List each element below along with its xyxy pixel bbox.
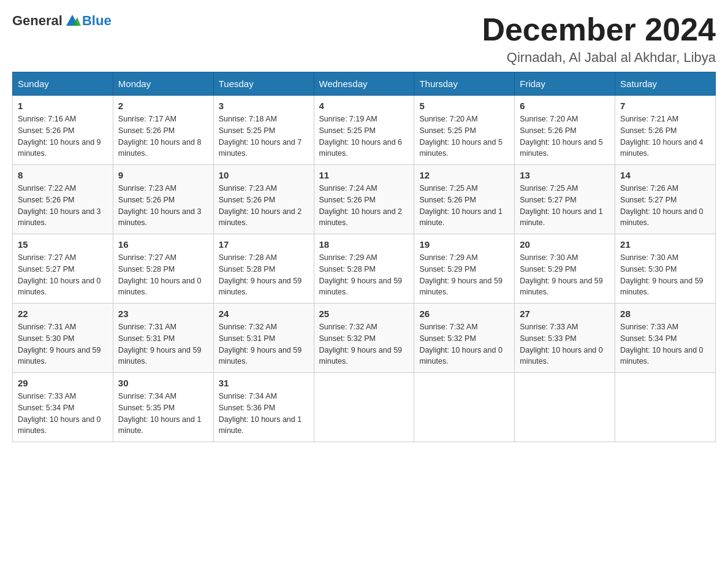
calendar-cell: 7 Sunrise: 7:21 AM Sunset: 5:26 PM Dayli… [615, 96, 716, 165]
day-info: Sunrise: 7:34 AM Sunset: 5:36 PM Dayligh… [219, 391, 309, 437]
calendar-cell: 19 Sunrise: 7:29 AM Sunset: 5:29 PM Dayl… [414, 234, 515, 304]
calendar-cell: 15 Sunrise: 7:27 AM Sunset: 5:27 PM Dayl… [13, 234, 113, 304]
day-number: 29 [18, 378, 108, 388]
day-number: 11 [319, 170, 409, 180]
calendar-header-monday: Monday [113, 72, 213, 96]
calendar-cell: 25 Sunrise: 7:32 AM Sunset: 5:32 PM Dayl… [314, 304, 414, 373]
day-info: Sunrise: 7:32 AM Sunset: 5:31 PM Dayligh… [219, 321, 309, 367]
day-info: Sunrise: 7:33 AM Sunset: 5:33 PM Dayligh… [520, 321, 610, 367]
day-info: Sunrise: 7:17 AM Sunset: 5:26 PM Dayligh… [118, 113, 208, 159]
day-info: Sunrise: 7:30 AM Sunset: 5:29 PM Dayligh… [520, 252, 610, 298]
calendar-cell: 14 Sunrise: 7:26 AM Sunset: 5:27 PM Dayl… [615, 165, 716, 234]
day-info: Sunrise: 7:33 AM Sunset: 5:34 PM Dayligh… [620, 321, 710, 367]
location-title: Qirnadah, Al Jabal al Akhdar, Libya [482, 50, 716, 66]
day-number: 21 [620, 239, 710, 250]
calendar-week-row: 1 Sunrise: 7:16 AM Sunset: 5:26 PM Dayli… [13, 96, 716, 165]
day-info: Sunrise: 7:21 AM Sunset: 5:26 PM Dayligh… [620, 113, 710, 159]
day-info: Sunrise: 7:24 AM Sunset: 5:26 PM Dayligh… [319, 183, 409, 229]
day-number: 28 [620, 308, 710, 319]
day-number: 9 [118, 170, 208, 180]
day-number: 30 [118, 378, 208, 388]
page-header: General Blue December 2024 Qirnadah, Al … [12, 12, 716, 66]
day-number: 7 [620, 101, 710, 111]
day-number: 1 [18, 101, 108, 111]
day-number: 25 [319, 308, 409, 319]
day-info: Sunrise: 7:27 AM Sunset: 5:27 PM Dayligh… [18, 252, 108, 298]
calendar-cell: 30 Sunrise: 7:34 AM Sunset: 5:35 PM Dayl… [113, 373, 213, 442]
calendar-cell: 11 Sunrise: 7:24 AM Sunset: 5:26 PM Dayl… [314, 165, 414, 234]
logo-blue-text: Blue [82, 13, 112, 29]
calendar-cell: 26 Sunrise: 7:32 AM Sunset: 5:32 PM Dayl… [414, 304, 515, 373]
month-title: December 2024 [482, 12, 716, 47]
day-info: Sunrise: 7:23 AM Sunset: 5:26 PM Dayligh… [219, 183, 309, 229]
day-number: 6 [520, 101, 610, 111]
title-block: December 2024 Qirnadah, Al Jabal al Akhd… [482, 12, 716, 66]
day-info: Sunrise: 7:32 AM Sunset: 5:32 PM Dayligh… [419, 321, 509, 367]
calendar-cell: 10 Sunrise: 7:23 AM Sunset: 5:26 PM Dayl… [213, 165, 314, 234]
day-number: 16 [118, 239, 208, 250]
calendar-cell [515, 373, 615, 442]
day-info: Sunrise: 7:30 AM Sunset: 5:30 PM Dayligh… [620, 252, 710, 298]
day-info: Sunrise: 7:29 AM Sunset: 5:28 PM Dayligh… [319, 252, 409, 298]
calendar-cell: 5 Sunrise: 7:20 AM Sunset: 5:25 PM Dayli… [414, 96, 515, 165]
day-info: Sunrise: 7:34 AM Sunset: 5:35 PM Dayligh… [118, 391, 208, 437]
calendar-header-sunday: Sunday [13, 72, 113, 96]
day-number: 19 [419, 239, 509, 250]
day-info: Sunrise: 7:19 AM Sunset: 5:25 PM Dayligh… [319, 113, 409, 159]
calendar-cell: 31 Sunrise: 7:34 AM Sunset: 5:36 PM Dayl… [213, 373, 314, 442]
calendar-cell: 16 Sunrise: 7:27 AM Sunset: 5:28 PM Dayl… [113, 234, 213, 304]
calendar-cell [314, 373, 414, 442]
day-number: 13 [520, 170, 610, 180]
day-info: Sunrise: 7:29 AM Sunset: 5:29 PM Dayligh… [419, 252, 509, 298]
day-info: Sunrise: 7:33 AM Sunset: 5:34 PM Dayligh… [18, 391, 108, 437]
calendar-cell: 4 Sunrise: 7:19 AM Sunset: 5:25 PM Dayli… [314, 96, 414, 165]
day-number: 24 [219, 308, 309, 319]
calendar-table: SundayMondayTuesdayWednesdayThursdayFrid… [12, 72, 716, 442]
calendar-cell: 24 Sunrise: 7:32 AM Sunset: 5:31 PM Dayl… [213, 304, 314, 373]
day-info: Sunrise: 7:18 AM Sunset: 5:25 PM Dayligh… [219, 113, 309, 159]
day-number: 20 [520, 239, 610, 250]
calendar-cell: 27 Sunrise: 7:33 AM Sunset: 5:33 PM Dayl… [515, 304, 615, 373]
calendar-header-tuesday: Tuesday [213, 72, 314, 96]
day-info: Sunrise: 7:16 AM Sunset: 5:26 PM Dayligh… [18, 113, 108, 159]
calendar-week-row: 8 Sunrise: 7:22 AM Sunset: 5:26 PM Dayli… [13, 165, 716, 234]
day-number: 12 [419, 170, 509, 180]
calendar-cell: 13 Sunrise: 7:25 AM Sunset: 5:27 PM Dayl… [515, 165, 615, 234]
day-info: Sunrise: 7:25 AM Sunset: 5:27 PM Dayligh… [520, 183, 610, 229]
calendar-week-row: 29 Sunrise: 7:33 AM Sunset: 5:34 PM Dayl… [13, 373, 716, 442]
calendar-cell: 22 Sunrise: 7:31 AM Sunset: 5:30 PM Dayl… [13, 304, 113, 373]
logo-general-text: General [12, 13, 63, 29]
day-number: 31 [219, 378, 309, 388]
calendar-cell: 2 Sunrise: 7:17 AM Sunset: 5:26 PM Dayli… [113, 96, 213, 165]
day-info: Sunrise: 7:31 AM Sunset: 5:31 PM Dayligh… [118, 321, 208, 367]
day-number: 17 [219, 239, 309, 250]
day-number: 3 [219, 101, 309, 111]
day-number: 10 [219, 170, 309, 180]
calendar-cell: 1 Sunrise: 7:16 AM Sunset: 5:26 PM Dayli… [13, 96, 113, 165]
day-number: 23 [118, 308, 208, 319]
day-info: Sunrise: 7:26 AM Sunset: 5:27 PM Dayligh… [620, 183, 710, 229]
day-info: Sunrise: 7:28 AM Sunset: 5:28 PM Dayligh… [219, 252, 309, 298]
calendar-week-row: 15 Sunrise: 7:27 AM Sunset: 5:27 PM Dayl… [13, 234, 716, 304]
calendar-cell: 12 Sunrise: 7:25 AM Sunset: 5:26 PM Dayl… [414, 165, 515, 234]
calendar-cell: 20 Sunrise: 7:30 AM Sunset: 5:29 PM Dayl… [515, 234, 615, 304]
day-info: Sunrise: 7:25 AM Sunset: 5:26 PM Dayligh… [419, 183, 509, 229]
day-number: 22 [18, 308, 108, 319]
day-number: 8 [18, 170, 108, 180]
calendar-cell: 28 Sunrise: 7:33 AM Sunset: 5:34 PM Dayl… [615, 304, 716, 373]
calendar-cell: 29 Sunrise: 7:33 AM Sunset: 5:34 PM Dayl… [13, 373, 113, 442]
calendar-cell [615, 373, 716, 442]
calendar-cell: 9 Sunrise: 7:23 AM Sunset: 5:26 PM Dayli… [113, 165, 213, 234]
calendar-header-wednesday: Wednesday [314, 72, 414, 96]
day-info: Sunrise: 7:32 AM Sunset: 5:32 PM Dayligh… [319, 321, 409, 367]
calendar-cell: 17 Sunrise: 7:28 AM Sunset: 5:28 PM Dayl… [213, 234, 314, 304]
day-info: Sunrise: 7:23 AM Sunset: 5:26 PM Dayligh… [118, 183, 208, 229]
calendar-week-row: 22 Sunrise: 7:31 AM Sunset: 5:30 PM Dayl… [13, 304, 716, 373]
calendar-cell: 8 Sunrise: 7:22 AM Sunset: 5:26 PM Dayli… [13, 165, 113, 234]
day-info: Sunrise: 7:27 AM Sunset: 5:28 PM Dayligh… [118, 252, 208, 298]
calendar-header-thursday: Thursday [414, 72, 515, 96]
day-info: Sunrise: 7:20 AM Sunset: 5:26 PM Dayligh… [520, 113, 610, 159]
calendar-header-row: SundayMondayTuesdayWednesdayThursdayFrid… [13, 72, 716, 96]
day-number: 2 [118, 101, 208, 111]
calendar-cell: 18 Sunrise: 7:29 AM Sunset: 5:28 PM Dayl… [314, 234, 414, 304]
